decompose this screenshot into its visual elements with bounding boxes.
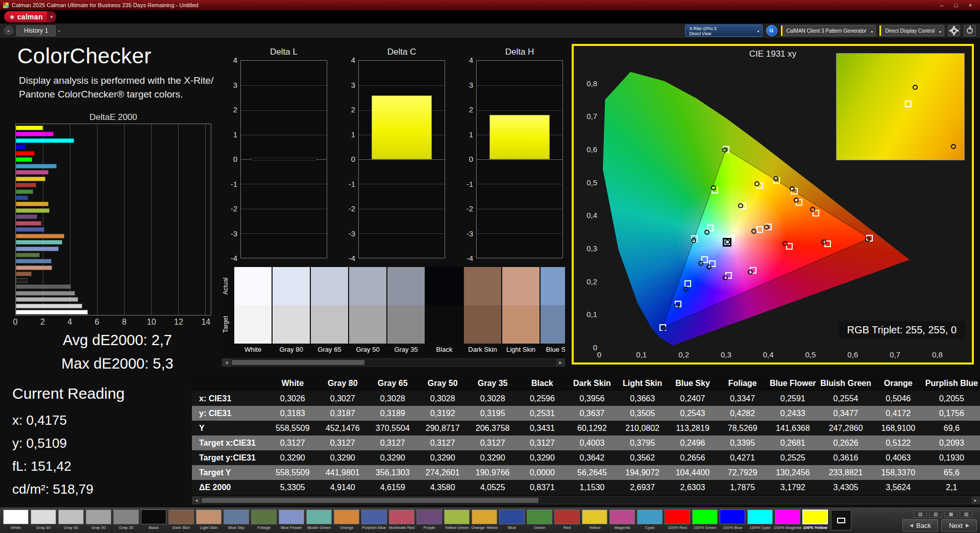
pattern-swatch-blue-sky[interactable]: Blue Sky xyxy=(223,510,250,530)
toolbar-icon-2[interactable]: ▥ xyxy=(929,511,942,518)
pattern-swatch-color xyxy=(665,510,690,524)
pattern-swatch-blue-flower[interactable]: Blue Flower xyxy=(278,510,305,530)
pattern-swatch-purplish-blue[interactable]: Purplish Blue xyxy=(360,510,388,530)
pattern-swatch-white[interactable]: White xyxy=(2,510,30,530)
delta-ytick: -4 xyxy=(455,254,473,262)
power-icon xyxy=(967,28,973,34)
pattern-swatch-label: 100% Blue xyxy=(719,525,746,530)
pattern-swatch-black[interactable]: Black xyxy=(140,510,167,530)
cie-1931-panel[interactable]: CIE 1931 xy RGB Triplet: 255, 255, 0 00,… xyxy=(572,44,974,365)
display-control-button[interactable]: Direct Display Control ▾ xyxy=(879,25,944,36)
deltae-bar xyxy=(16,304,82,308)
pattern-swatch-light-skin[interactable]: Light Skin xyxy=(195,510,223,530)
settings-button[interactable] xyxy=(948,25,960,36)
table-row: Target x:CIE310,31270,31270,31270,31270,… xyxy=(192,435,980,450)
table-scroll-thumb[interactable] xyxy=(202,498,538,503)
strip-scroll-thumb[interactable] xyxy=(232,360,364,365)
table-row-label: y: CIE31 xyxy=(192,406,267,421)
pattern-swatch-label: Gray 80 xyxy=(30,525,57,530)
pattern-swatch-gray-65[interactable]: Gray 65 xyxy=(57,510,85,530)
maximize-button[interactable]: □ xyxy=(949,2,963,8)
pattern-generator-button[interactable]: CalMAN Client 3 Pattern Generator ▾ xyxy=(781,25,876,36)
pattern-swatch-bluish-green[interactable]: Bluish Green xyxy=(305,510,333,530)
pattern-swatch-gray-50[interactable]: Gray 50 xyxy=(85,510,112,530)
pattern-swatch-100-cyan[interactable]: 100% Cyan xyxy=(746,510,774,530)
cie-measured-marker xyxy=(722,148,727,153)
deltae-bar xyxy=(16,265,52,270)
pattern-swatch-magenta[interactable]: Magenta xyxy=(608,510,636,530)
delta-ytick: -3 xyxy=(219,229,237,238)
table-cell: 0,2496 xyxy=(668,435,718,450)
pattern-swatch-purple[interactable]: Purple xyxy=(415,510,443,530)
table-column-header: Orange xyxy=(873,376,923,391)
tab-scroll-right-icon[interactable]: ▸ xyxy=(58,29,60,33)
scroll-right-icon[interactable]: ► xyxy=(971,497,979,504)
pattern-swatch-gray-35[interactable]: Gray 35 xyxy=(112,510,140,530)
scroll-left-icon[interactable]: ◄ xyxy=(192,497,201,504)
chevron-down-icon[interactable]: ▾ xyxy=(47,11,57,22)
max-de2000: Max dE2000: 5,3 xyxy=(10,355,225,372)
pattern-window-icon xyxy=(837,518,845,523)
deltae-gridline xyxy=(97,124,97,315)
toolbar-icon-3[interactable]: ▦ xyxy=(944,511,958,518)
scroll-left-icon[interactable]: ◄ xyxy=(223,359,231,366)
pattern-swatch-foliage[interactable]: Foliage xyxy=(250,510,278,530)
calman-menu-button[interactable]: ∗ calman ▾ xyxy=(4,11,56,22)
table-cell: 0,3562 xyxy=(617,450,668,465)
close-button[interactable]: × xyxy=(964,2,977,8)
table-cell: 0,3026 xyxy=(267,391,317,406)
meter-status-icon[interactable]: i1 xyxy=(766,25,777,36)
custom-pattern-button[interactable] xyxy=(831,510,851,530)
pattern-swatch-orange-yellow[interactable]: Orange Yellow xyxy=(471,510,498,530)
next-button[interactable]: Next ▶ xyxy=(941,519,977,531)
pattern-swatch-yellow[interactable]: Yellow xyxy=(581,510,608,530)
pattern-swatch-green[interactable]: Green xyxy=(526,510,553,530)
deltae-xtick: 10 xyxy=(147,318,156,327)
delta-ytick: -3 xyxy=(337,229,355,238)
table-cell: 113,2819 xyxy=(668,421,718,435)
table-scrollbar[interactable]: ◄ ► xyxy=(192,496,980,504)
table-row: Target Y558,5509441,9801356,1303274,2601… xyxy=(192,465,980,480)
table-cell: 130,2456 xyxy=(767,465,818,480)
power-button[interactable] xyxy=(964,25,976,36)
pattern-swatch-yellow-green[interactable]: Yellow Green xyxy=(443,510,471,530)
history-nav-icon[interactable]: ▸ xyxy=(4,26,13,35)
pattern-swatch-cyan[interactable]: Cyan xyxy=(636,510,664,530)
delta-ytick: 4 xyxy=(455,56,473,64)
swatch-label: Black xyxy=(426,346,463,353)
toolbar-icon-4[interactable]: ▧ xyxy=(960,511,973,518)
delta-gridline xyxy=(241,184,327,184)
minimize-button[interactable]: – xyxy=(935,2,948,8)
pattern-swatch-orange[interactable]: Orange xyxy=(333,510,360,530)
pattern-swatch-100-red[interactable]: 100% Red xyxy=(664,510,691,530)
pattern-swatch-red[interactable]: Red xyxy=(553,510,581,530)
table-cell: 0,3956 xyxy=(567,391,618,406)
pattern-swatch-color xyxy=(637,510,663,524)
strip-scrollbar[interactable]: ◄ ► xyxy=(222,358,565,367)
deltae-chart-xaxis: 02468101214 xyxy=(15,318,211,328)
table-cell: 1,1530 xyxy=(567,480,618,495)
scroll-right-icon[interactable]: ► xyxy=(556,359,565,366)
toolbar-icon-1[interactable]: ▤ xyxy=(914,511,927,518)
pattern-swatch-blue[interactable]: Blue xyxy=(498,510,526,530)
pattern-swatch-100-blue[interactable]: 100% Blue xyxy=(719,510,746,530)
table-cell: 4,6159 xyxy=(368,480,418,495)
actual-swatch xyxy=(349,267,386,305)
reading-cdm2: cd/m²: 518,79 xyxy=(12,481,93,497)
table-cell: 5,3305 xyxy=(267,480,317,495)
table-cell: 0,3395 xyxy=(718,435,767,450)
pattern-swatch-100-green[interactable]: 100% Green xyxy=(691,510,719,530)
pattern-swatch-moderate-red[interactable]: Moderate Red xyxy=(388,510,415,530)
table-row: Target y:CIE310,32900,32900,32900,32900,… xyxy=(192,450,980,465)
target-swatch xyxy=(502,305,540,344)
back-button[interactable]: ◀ Back xyxy=(902,519,938,531)
meter-select-button[interactable]: X-Rite i1Pro 3 Direct View ▾ xyxy=(685,25,763,37)
pattern-swatch-dark-skin[interactable]: Dark Skin xyxy=(167,510,195,530)
table-row-label: Y xyxy=(192,421,267,435)
pattern-swatch-100-magenta[interactable]: 100% Magenta xyxy=(774,510,801,530)
table-cell: 233,8821 xyxy=(818,465,873,480)
pattern-swatch-100-yellow[interactable]: 100% Yellow xyxy=(801,510,829,530)
tab-history-1[interactable]: History 1 xyxy=(16,26,56,36)
pattern-swatch-color xyxy=(334,510,359,524)
pattern-swatch-gray-80[interactable]: Gray 80 xyxy=(30,510,57,530)
